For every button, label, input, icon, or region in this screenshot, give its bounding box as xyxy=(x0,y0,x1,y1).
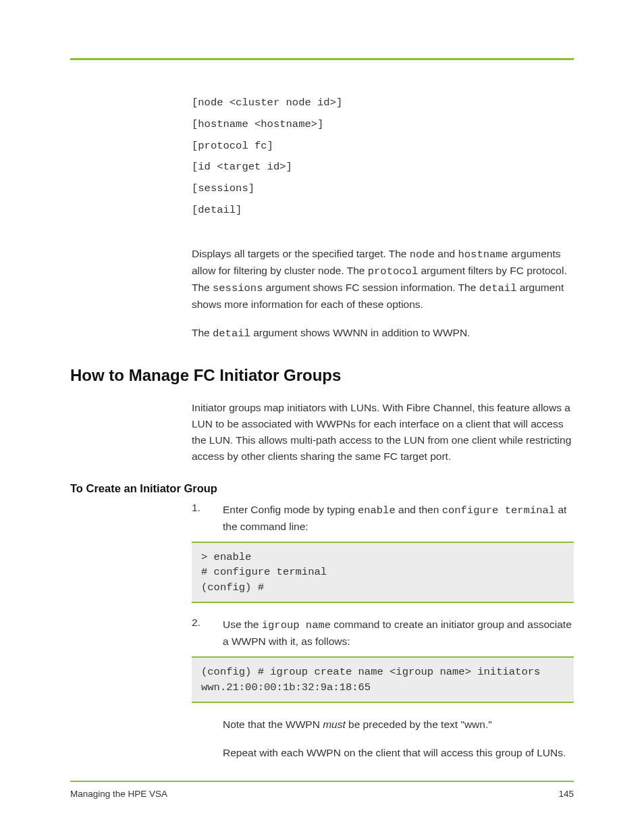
syntax-line: [detail] xyxy=(192,200,574,221)
heading-manage-fc-igroups: How to Manage FC Initiator Groups xyxy=(70,366,574,385)
syntax-line: [node <cluster node id>] xyxy=(192,93,574,114)
step-1: 1. Enter Config mode by typing enable an… xyxy=(192,502,574,535)
code-inline: hostname xyxy=(458,249,508,261)
top-rule xyxy=(70,58,574,60)
codebox-enable: > enable # configure terminal (config) # xyxy=(192,542,574,603)
footer: Managing the HPE VSA 145 xyxy=(70,781,574,799)
step-text: Enter Config mode by typing enable and t… xyxy=(223,502,574,535)
footer-line: Managing the HPE VSA 145 xyxy=(70,789,574,799)
emphasis: must xyxy=(323,719,346,730)
text: argument shows FC session information. T… xyxy=(263,282,479,293)
footer-page-number: 145 xyxy=(558,789,574,799)
code-inline: sessions xyxy=(213,282,263,294)
text: Displays all targets or the specified ta… xyxy=(192,248,410,259)
syntax-line: [sessions] xyxy=(192,178,574,200)
footer-title: Managing the HPE VSA xyxy=(70,789,167,799)
code-inline: detail xyxy=(479,282,517,294)
text: Initiator groups map initiators with LUN… xyxy=(192,400,574,465)
codebox-igroup-create: (config) # igroup create name <igroup na… xyxy=(192,656,574,703)
note-block: Note that the WWPN must be preceded by t… xyxy=(223,716,574,761)
text: The xyxy=(192,327,213,338)
syntax-line: [hostname <hostname>] xyxy=(192,114,574,136)
syntax-line: [id <target id>] xyxy=(192,157,574,178)
description-1: Displays all targets or the specified ta… xyxy=(192,246,574,342)
intro-paragraph: Initiator groups map initiators with LUN… xyxy=(192,400,574,465)
text: Note that the WWPN xyxy=(223,719,323,730)
text: and xyxy=(435,248,458,259)
text: Use the xyxy=(223,619,262,630)
step-number: 1. xyxy=(192,502,211,514)
text: and then xyxy=(396,504,442,515)
code-inline: node xyxy=(410,249,435,261)
page: [node <cluster node id>] [hostname <host… xyxy=(0,0,644,834)
heading-create-igroup: To Create an Initiator Group xyxy=(70,482,574,495)
text: Enter Config mode by typing xyxy=(223,504,358,515)
text: be preceded by the text "wwn." xyxy=(346,719,492,730)
code-inline: detail xyxy=(213,328,250,340)
step-number: 2. xyxy=(192,617,211,629)
step-2: 2. Use the igroup name command to create… xyxy=(192,617,574,650)
syntax-block: [node <cluster node id>] [hostname <host… xyxy=(192,93,574,221)
step-text: Use the igroup name command to create an… xyxy=(223,617,574,650)
code-inline: enable xyxy=(358,504,396,517)
footer-rule xyxy=(70,781,574,782)
syntax-line: [protocol fc] xyxy=(192,136,574,157)
code-inline: protocol xyxy=(368,265,418,278)
code-inline: configure terminal xyxy=(442,504,555,517)
text: Repeat with each WWPN on the client that… xyxy=(223,745,574,761)
text: argument shows WWNN in addition to WWPN. xyxy=(250,327,471,338)
code-inline: igroup name xyxy=(262,619,331,631)
